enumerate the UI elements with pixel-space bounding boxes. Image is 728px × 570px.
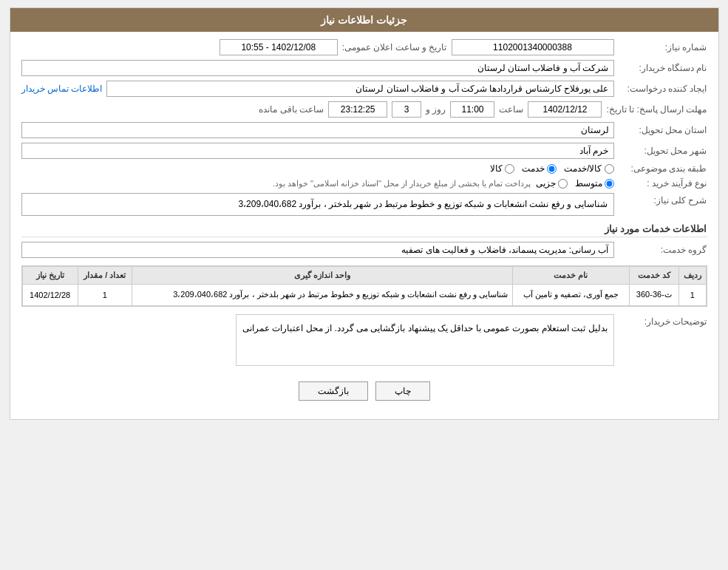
services-table: ردیف کد خدمت نام خدمت واحد اندازه گیری ت… <box>22 266 707 306</box>
province-label: استان محل تحویل: <box>619 125 707 135</box>
announce-datetime-value: 1402/12/08 - 10:55 <box>220 39 338 55</box>
cell-service-code: ث-36-360 <box>629 285 678 306</box>
description-label: شرح کلی نیاز: <box>619 193 707 206</box>
category-kala-radio[interactable] <box>505 164 514 174</box>
service-group-value: آب رسانی: مدیریت پسماند، فاضلاب و فعالیت… <box>21 242 614 258</box>
process-motavaset-label: متوسط <box>575 178 602 189</box>
back-button[interactable]: بازگشت <box>299 381 368 401</box>
deadline-time: 11:00 <box>450 101 494 118</box>
category-kala-khadamat-radio[interactable] <box>605 164 614 174</box>
announce-datetime-label: تاریخ و ساعت اعلان عمومی: <box>342 42 447 52</box>
deadline-time-label: ساعت <box>499 104 523 115</box>
cell-need-date: 1402/12/28 <box>22 285 78 306</box>
col-quantity: تعداد / مقدار <box>78 267 132 285</box>
category-khadamat-label: خدمت <box>522 163 545 174</box>
creator-value: علی یورفلاح کارشناس قراردادها شرکت آب و … <box>106 81 613 97</box>
cell-quantity: 1 <box>78 285 132 306</box>
buyer-org-value: شرکت آب و فاضلاب استان لرستان <box>21 60 614 76</box>
city-value: خرم آباد <box>21 143 614 159</box>
col-need-date: تاریخ نیاز <box>22 267 78 285</box>
deadline-date: 1402/12/12 <box>528 101 602 118</box>
need-number-label: شماره نیاز: <box>619 42 707 52</box>
category-kala-label: کالا <box>490 163 503 174</box>
page-title: جزئیات اطلاعات نیاز <box>321 14 407 26</box>
button-row: چاپ بازگشت <box>21 370 707 412</box>
deadline-days-label: روز و <box>426 104 446 115</box>
cell-service-name: جمع آوری، تصفیه و تامین آب <box>513 285 629 306</box>
deadline-remaining-label: ساعت باقی مانده <box>259 104 324 115</box>
deadline-remaining: 23:12:25 <box>328 101 387 118</box>
col-row-num: ردیف <box>679 267 706 285</box>
services-table-container: ردیف کد خدمت نام خدمت واحد اندازه گیری ت… <box>21 265 707 307</box>
category-kala-khadamat-option[interactable]: کالا/خدمت <box>564 163 613 174</box>
process-type-label: نوع فرآیند خرید : <box>619 178 707 189</box>
col-unit-measure: واحد اندازه گیری <box>132 267 512 285</box>
buyer-notes-label: توضیحات خریدار: <box>619 314 707 327</box>
category-kala-option[interactable]: کالا <box>490 163 514 174</box>
process-jozii-label: جزیی <box>536 178 556 189</box>
cell-unit-measure: شناسایی و رفع نشت انشعابات و شبکه توزیع … <box>132 285 512 306</box>
category-label: طبقه بندی موضوعی: <box>619 163 707 174</box>
description-value: شناسایی و رفع نشت انشعابات و شبکه توزیع … <box>21 193 614 216</box>
category-khadamat-radio[interactable] <box>547 164 557 174</box>
cell-row-num: 1 <box>679 285 706 306</box>
process-jozii-option[interactable]: جزیی <box>536 178 568 189</box>
table-row: 1 ث-36-360 جمع آوری، تصفیه و تامین آب شن… <box>22 285 706 306</box>
print-button[interactable]: چاپ <box>375 381 430 401</box>
process-jozii-radio[interactable] <box>558 179 568 189</box>
process-radio-group: متوسط جزیی <box>536 178 614 189</box>
creator-label: ایجاد کننده درخواست: <box>619 84 707 94</box>
col-service-code: کد خدمت <box>629 267 678 285</box>
process-motavaset-radio[interactable] <box>605 179 614 189</box>
page-header: جزئیات اطلاعات نیاز <box>10 8 718 32</box>
buyer-notes-value: بدلیل ثبت استعلام بصورت عمومی با حداقل ی… <box>236 314 613 366</box>
col-service-name: نام خدمت <box>513 267 629 285</box>
deadline-days: 3 <box>392 101 421 118</box>
process-note: پرداخت تمام یا بخشی از مبلغ خریدار از مح… <box>21 179 531 189</box>
service-group-label: گروه خدمت: <box>619 245 707 255</box>
service-info-title: اطلاعات خدمات مورد نیاز <box>21 223 707 237</box>
buyer-org-label: نام دستگاه خریدار: <box>619 63 707 73</box>
process-motavaset-option[interactable]: متوسط <box>575 178 614 189</box>
deadline-label: مهلت ارسال پاسخ: تا تاریخ: <box>606 104 707 115</box>
city-label: شهر محل تحویل: <box>619 146 707 156</box>
contact-link[interactable]: اطلاعات تماس خریدار <box>21 84 103 94</box>
category-radio-group: کالا/خدمت خدمت کالا <box>490 163 613 174</box>
need-number-value: 1102001340000388 <box>452 39 614 55</box>
category-khadamat-option[interactable]: خدمت <box>522 163 557 174</box>
province-value: لرستان <box>21 122 614 138</box>
category-kala-khadamat-label: کالا/خدمت <box>564 163 602 174</box>
